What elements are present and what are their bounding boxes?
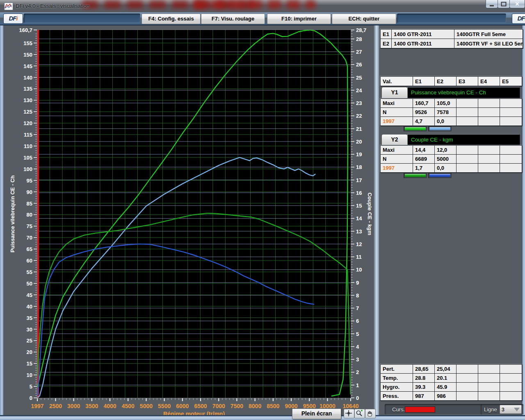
env-cell: Pert.: [381, 365, 413, 373]
y1-cell: [457, 117, 478, 126]
toolbar-button-config-essais[interactable]: F4: Config. essais: [142, 14, 201, 24]
svg-text:45: 45: [27, 292, 32, 298]
env-cell: [457, 392, 478, 400]
svg-text:5000: 5000: [140, 403, 153, 409]
tab-y1[interactable]: Y1: [381, 87, 408, 98]
svg-text:0: 0: [356, 395, 359, 401]
window-border-left: [0, 25, 3, 415]
app-icon: [4, 2, 13, 10]
svg-text:12: 12: [356, 241, 362, 247]
svg-text:24: 24: [356, 87, 362, 94]
y2-cell: 1997: [381, 164, 413, 172]
env-cell: Temp.: [381, 374, 413, 382]
env-cell: [500, 392, 522, 400]
run-cell: 1400 GTR-2011: [392, 39, 454, 48]
toolbar-button-imprimer[interactable]: F10: imprimer: [267, 14, 331, 24]
zoom-icon[interactable]: [354, 409, 365, 418]
toolbar-channel: [397, 14, 506, 23]
y2-cell: [500, 164, 522, 172]
y-right-axis-title: Couple CE - kgm: [367, 192, 373, 235]
svg-text:19: 19: [356, 151, 362, 158]
window-title: DFi v4.0 - Essais : visualisation: [16, 3, 89, 9]
svg-text:30: 30: [27, 326, 32, 333]
chevron-down-icon: [514, 408, 520, 411]
y2-cell: 5000: [435, 155, 456, 163]
window-border-right: [522, 25, 525, 415]
svg-text:8: 8: [356, 292, 359, 299]
svg-text:3000: 3000: [67, 403, 80, 409]
toolbar-button-quitter[interactable]: ECH: quitter: [332, 14, 396, 24]
svg-text:25: 25: [27, 338, 32, 344]
val-header-cell: E5: [500, 77, 522, 86]
line-control: Ligne 3: [481, 404, 523, 415]
y2-cell: [500, 155, 522, 163]
svg-text:6000: 6000: [176, 403, 189, 409]
svg-text:2500: 2500: [49, 403, 62, 409]
maximize-button[interactable]: [498, 0, 510, 8]
svg-text:28: 28: [356, 36, 362, 42]
env-cell: [457, 374, 478, 382]
svg-text:90: 90: [27, 189, 32, 195]
y2-cell: N: [381, 155, 413, 163]
y2-cell: [478, 155, 500, 163]
svg-text:7000: 7000: [212, 403, 225, 409]
svg-text:4000: 4000: [103, 403, 116, 409]
svg-text:3: 3: [356, 356, 359, 363]
close-icon: [515, 0, 520, 8]
svg-text:25: 25: [356, 75, 362, 81]
val-header-cell: E4: [478, 77, 500, 86]
line-value: 3: [502, 406, 504, 413]
run-cell: E2: [381, 39, 391, 48]
svg-text:5500: 5500: [158, 403, 171, 409]
svg-text:20: 20: [27, 349, 32, 355]
minimize-icon: [490, 5, 494, 6]
y2-e1-swatch: [405, 174, 426, 177]
svg-text:8500: 8500: [267, 403, 279, 409]
env-cell: 25,04: [435, 365, 456, 373]
line-select[interactable]: 3: [500, 405, 522, 414]
y2-cell: 1,7: [413, 164, 434, 172]
tab-y2[interactable]: Y2: [381, 134, 408, 146]
y2-cell: 14,4: [413, 146, 434, 154]
crosshair-icon[interactable]: [344, 409, 354, 418]
svg-text:0: 0: [30, 395, 32, 401]
toolbar-button-visu-roulage[interactable]: F7: Visu. roulage: [201, 14, 265, 24]
svg-text:5: 5: [356, 331, 359, 337]
y2-cell: [457, 155, 478, 163]
y2-values-table: Maxi14,412,0N6689500019971,70,0: [380, 145, 522, 173]
svg-text:5: 5: [30, 383, 32, 390]
svg-text:23: 23: [356, 100, 362, 106]
env-cell: [457, 383, 478, 391]
close-button[interactable]: [509, 0, 525, 8]
fullscreen-button[interactable]: Plein écran: [292, 409, 341, 419]
svg-text:4500: 4500: [122, 403, 135, 409]
svg-text:85: 85: [27, 201, 32, 207]
svg-text:60: 60: [27, 258, 32, 264]
y1-cell: [457, 99, 478, 107]
y1-e2-legend: [428, 126, 452, 132]
svg-text:75: 75: [27, 223, 32, 229]
svg-text:3500: 3500: [85, 403, 98, 409]
y1-cell: 7578: [435, 108, 456, 116]
svg-text:40: 40: [27, 304, 32, 310]
cursor-color-swatch[interactable]: [405, 406, 435, 413]
env-cell: [457, 365, 478, 373]
minimize-button[interactable]: [486, 0, 498, 8]
y2-cell: 6689: [413, 155, 434, 163]
val-header-cell: E1: [413, 77, 434, 86]
env-cell: [478, 365, 500, 373]
pan-hand-icon[interactable]: [365, 409, 376, 418]
run-cell: 1400GTR VF + Sil LEO 5eme: [454, 39, 523, 48]
env-cell: 987: [413, 392, 434, 400]
toolbar: DFi F4: Config. essais F7: Visu. roulage…: [0, 12, 525, 25]
svg-text:10: 10: [27, 372, 32, 378]
panel-splitter[interactable]: [373, 25, 379, 415]
svg-text:1: 1: [356, 382, 359, 388]
svg-text:11: 11: [356, 254, 362, 260]
svg-text:21: 21: [356, 126, 362, 132]
svg-text:10640: 10640: [343, 403, 359, 409]
y1-cell: 160,7: [413, 99, 434, 107]
svg-text:80: 80: [27, 212, 32, 218]
y2-e1-legend: [404, 173, 427, 178]
application-window: DFi v4.0 - Essais : visualisation DFi F4…: [0, 0, 525, 420]
